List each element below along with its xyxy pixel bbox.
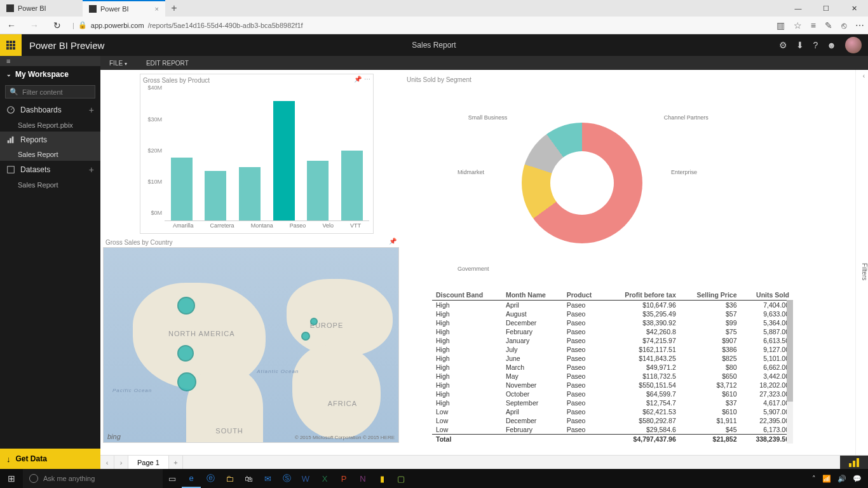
taskbar-app-camtasia[interactable]: ▢ [391,469,410,488]
cortana-search[interactable]: Ask me anything [23,469,163,488]
page-prev-button[interactable]: ‹ [100,456,114,469]
nav-item-dashboard[interactable]: Sales Report.pbix [0,119,100,132]
table-row[interactable]: HighNovemberPaseo$550,151.54$3,71218,202… [432,381,793,390]
taskbar-app-powerpoint[interactable]: P [334,469,353,488]
refresh-button[interactable]: ↻ [50,20,65,30]
table-row[interactable]: HighAprilPaseo$10,647.96$367,404.00 [432,301,793,310]
bar[interactable] [205,171,226,220]
visual-table[interactable]: Discount BandMonth NameProductProfit bef… [432,290,793,444]
column-header[interactable]: Discount Band [432,290,502,301]
app-launcher-button[interactable] [0,34,22,56]
bar[interactable] [171,158,193,220]
column-header[interactable]: Profit before tax [605,290,680,301]
nav-group-datasets[interactable]: Datasets + [0,161,100,179]
taskbar-app-powerbi[interactable]: ▮ [372,469,391,488]
table-row[interactable]: HighMayPaseo$118,732.5$6503,442.00 [432,372,793,381]
share-icon[interactable]: ⎋ [841,20,846,30]
settings-icon[interactable]: ⚙ [779,40,787,50]
favorite-icon[interactable]: ☆ [794,20,802,30]
bar[interactable] [307,161,329,220]
taskbar-app-ie[interactable]: ⓔ [201,469,220,488]
browser-tab-active[interactable]: Power BI × [83,0,165,17]
pin-icon[interactable]: 📌 [389,238,397,245]
task-view-icon[interactable]: ▭ [163,469,182,488]
close-window-button[interactable]: ✕ [840,0,868,17]
browser-tab[interactable]: Power BI [0,0,83,17]
report-canvas[interactable]: 📌⋯ Gross Sales by Product $0M$10M$20M$30… [100,70,868,455]
feedback-icon[interactable]: ☻ [827,40,836,50]
add-page-button[interactable]: + [169,456,183,469]
taskbar-app-skype[interactable]: Ⓢ [277,469,296,488]
webnote-icon[interactable]: ✎ [825,20,832,30]
taskbar-app-word[interactable]: W [296,469,315,488]
edit-report-button[interactable]: EDIT REPORT [146,60,189,67]
back-button[interactable]: ← [4,20,19,30]
download-icon[interactable]: ⬇ [796,40,804,50]
table-row[interactable]: LowFebruaryPaseo$29,584.6$456,173.00 [432,425,793,435]
system-tray[interactable]: ˄ 📶 🔊 💬 [812,475,868,483]
nav-collapse-button[interactable]: ≡ [0,56,100,66]
new-tab-button[interactable]: + [165,0,183,17]
column-header[interactable]: Selling Price [680,290,741,301]
page-next-button[interactable]: › [114,456,128,469]
bar[interactable] [239,167,261,220]
more-icon[interactable]: ⋯ [855,20,864,30]
table-row[interactable]: HighAugustPaseo$35,295.49$579,633.00 [432,309,793,318]
table-scrollbar[interactable] [787,300,793,444]
pin-icon[interactable]: 📌 [354,76,362,83]
donut[interactable] [522,123,642,243]
visual-donut-chart[interactable]: Units Sold by Segment Small BusinessChan… [404,74,760,271]
taskbar-app-explorer[interactable]: 🗀 [220,469,239,488]
reading-view-icon[interactable]: ▥ [776,20,785,30]
column-header[interactable]: Month Name [502,290,563,301]
more-icon[interactable]: ⋯ [364,76,370,83]
column-header[interactable]: Units Sold [741,290,793,301]
tray-volume-icon[interactable]: 🔊 [837,475,846,483]
tray-chevron-icon[interactable]: ˄ [812,475,816,483]
table-row[interactable]: HighJunePaseo$141,843.25$8255,101.00 [432,354,793,363]
workspace-selector[interactable]: ⌄ My Workspace [0,66,100,83]
address-bar[interactable]: | 🔒 app.powerbi.com /reports/5ae14d16-55… [72,21,769,29]
table-row[interactable]: HighJulyPaseo$162,117.51$3869,127.00 [432,345,793,354]
bar[interactable] [341,151,363,220]
table-row[interactable]: HighOctoberPaseo$64,599.7$61027,323.00 [432,390,793,398]
tray-notifications-icon[interactable]: 💬 [853,475,862,483]
file-menu[interactable]: FILE ▾ [109,60,127,67]
nav-group-reports[interactable]: Reports [0,132,100,148]
visual-bar-chart[interactable]: 📌⋯ Gross Sales by Product $0M$10M$20M$30… [140,74,374,234]
avatar[interactable] [845,37,862,53]
minimize-button[interactable]: — [784,0,812,17]
bar[interactable] [273,101,295,220]
filters-pane-toggle[interactable]: ‹ Filters [855,70,868,455]
nav-item-report[interactable]: Sales Report [0,148,100,161]
table-row[interactable]: HighFebruaryPaseo$42,260.8$755,887.00 [432,327,793,336]
nav-item-dataset[interactable]: Sales Report [0,179,100,191]
taskbar-app-store[interactable]: 🛍 [239,469,258,488]
taskbar-app-outlook[interactable]: ✉ [258,469,277,488]
tray-network-icon[interactable]: 📶 [822,475,831,483]
help-icon[interactable]: ? [813,40,818,50]
add-dataset-button[interactable]: + [89,165,94,175]
nav-group-dashboards[interactable]: Dashboards + [0,101,100,119]
table-row[interactable]: LowDecemberPaseo$580,292.87$1,91122,395.… [432,416,793,425]
filter-content-input[interactable]: 🔍 Filter content [5,85,95,98]
table-row[interactable]: HighJanuaryPaseo$74,215.97$9076,613.50 [432,336,793,345]
column-header[interactable]: Product [563,290,605,301]
get-data-button[interactable]: ↓ Get Data [0,449,100,469]
taskbar-app-excel[interactable]: X [315,469,334,488]
table-row[interactable]: HighMarchPaseo$49,971.2$806,662.00 [432,363,793,372]
visual-map[interactable]: 📌 Gross Sales by Country NORTH AMERICA S… [103,236,399,444]
maximize-button[interactable]: ☐ [812,0,840,17]
hub-icon[interactable]: ≡ [811,20,816,30]
forward-button[interactable]: → [27,20,42,30]
page-tab[interactable]: Page 1 [128,456,169,469]
table-row[interactable]: HighDecemberPaseo$38,390.92$995,364.00 [432,318,793,327]
table-row[interactable]: LowAprilPaseo$62,421.53$6105,907.00 [432,407,793,416]
close-tab-icon[interactable]: × [155,5,159,13]
add-dashboard-button[interactable]: + [89,105,94,115]
map-canvas[interactable]: NORTH AMERICA SOUTH EUROPE AFRICA Pacifi… [103,247,399,443]
taskbar-app-edge[interactable]: e [182,469,201,488]
start-button[interactable]: ⊞ [0,473,23,484]
table-row[interactable]: HighSeptemberPaseo$12,754.7$374,617.00 [432,398,793,407]
taskbar-app-onenote[interactable]: N [353,469,372,488]
